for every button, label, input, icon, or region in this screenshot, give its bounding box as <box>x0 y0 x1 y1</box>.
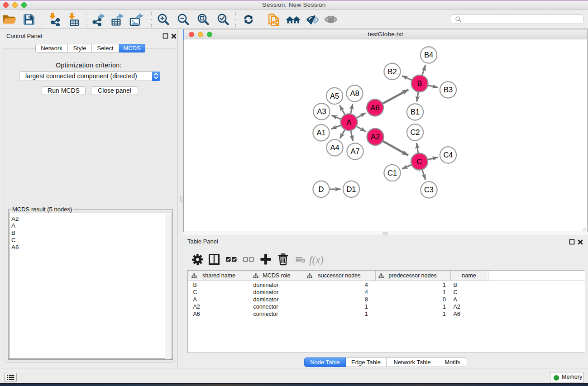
svg-text:A4: A4 <box>330 143 339 152</box>
svg-text:D: D <box>319 185 324 193</box>
svg-text:A: A <box>346 118 351 126</box>
svg-text:C1: C1 <box>387 169 397 177</box>
svg-text:A6: A6 <box>370 104 379 112</box>
svg-text:B3: B3 <box>444 86 453 94</box>
svg-text:C4: C4 <box>443 151 453 159</box>
svg-text:A7: A7 <box>350 147 359 155</box>
svg-text:A1: A1 <box>316 129 325 137</box>
svg-text:C: C <box>417 157 422 166</box>
svg-text:A5: A5 <box>330 92 339 100</box>
svg-text:B4: B4 <box>424 51 433 59</box>
svg-text:A3: A3 <box>317 107 326 115</box>
svg-text:B1: B1 <box>411 108 420 116</box>
svg-text:B: B <box>417 79 422 87</box>
svg-text:C2: C2 <box>410 128 420 136</box>
svg-text:D1: D1 <box>346 185 356 193</box>
svg-text:A2: A2 <box>371 133 380 141</box>
svg-text:B2: B2 <box>387 67 397 76</box>
svg-text:A8: A8 <box>350 89 359 97</box>
svg-text:C3: C3 <box>424 186 434 194</box>
